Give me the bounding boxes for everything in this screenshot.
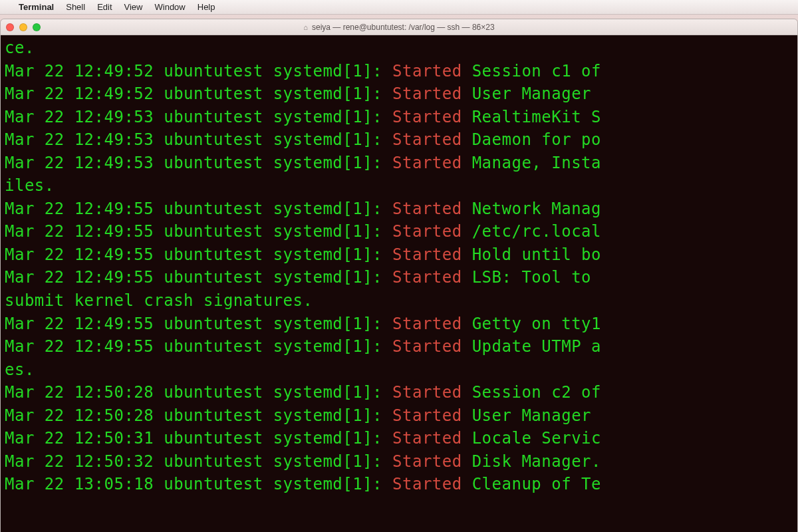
log-line: Mar 22 12:50:28 ubuntutest systemd[1]: S…	[5, 381, 795, 404]
log-prefix: Mar 22 12:49:55 ubuntutest systemd[1]:	[5, 222, 392, 241]
log-prefix: Mar 22 12:49:55 ubuntutest systemd[1]:	[5, 268, 392, 287]
log-prefix: Mar 22 12:49:55 ubuntutest systemd[1]:	[5, 245, 392, 264]
log-message: RealtimeKit S	[462, 108, 601, 126]
log-line: Mar 22 12:50:32 ubuntutest systemd[1]: S…	[5, 450, 795, 473]
log-status: Started	[392, 108, 462, 126]
log-prefix: Mar 22 12:49:52 ubuntutest systemd[1]:	[5, 84, 392, 103]
menu-window[interactable]: Window	[155, 2, 186, 12]
log-prefix: Mar 22 12:49:53 ubuntutest systemd[1]:	[5, 108, 392, 126]
log-line: Mar 22 12:49:55 ubuntutest systemd[1]: S…	[5, 198, 795, 221]
app-menu[interactable]: Terminal	[19, 2, 54, 12]
log-message: Locale Servic	[462, 429, 601, 448]
log-continuation: es.	[5, 360, 35, 379]
log-line: Mar 22 12:49:55 ubuntutest systemd[1]: S…	[5, 313, 795, 336]
log-status: Started	[392, 268, 462, 287]
log-prefix: Mar 22 12:50:28 ubuntutest systemd[1]:	[5, 406, 392, 425]
log-message: Session c2 of	[462, 383, 601, 402]
log-status: Started	[392, 315, 462, 333]
log-message: Network Manag	[462, 200, 601, 218]
log-status: Started	[392, 84, 462, 103]
log-message: Session c1 of	[462, 62, 601, 80]
log-continuation: iles.	[5, 176, 55, 195]
log-status: Started	[392, 429, 462, 448]
menu-shell[interactable]: Shell	[66, 2, 85, 12]
log-message: User Manager	[462, 84, 601, 103]
log-prefix: Mar 22 12:50:32 ubuntutest systemd[1]:	[5, 452, 392, 471]
home-icon: ⌂	[303, 23, 308, 31]
log-message: Daemon for po	[462, 130, 601, 149]
log-line: submit kernel crash signatures.	[5, 289, 795, 313]
log-status: Started	[392, 406, 462, 425]
log-line: Mar 22 12:49:53 ubuntutest systemd[1]: S…	[5, 106, 795, 129]
log-prefix: Mar 22 12:49:55 ubuntutest systemd[1]:	[5, 200, 392, 218]
log-line: Mar 22 12:49:55 ubuntutest systemd[1]: S…	[5, 335, 795, 358]
log-status: Started	[392, 200, 462, 218]
log-status: Started	[392, 383, 462, 402]
menu-help[interactable]: Help	[198, 2, 215, 12]
log-status: Started	[392, 130, 462, 149]
log-message: Hold until bo	[462, 245, 601, 264]
log-continuation: ce.	[5, 39, 35, 57]
log-message: Cleanup of Te	[462, 475, 601, 493]
log-status: Started	[392, 222, 462, 241]
log-line: Mar 22 12:49:55 ubuntutest systemd[1]: S…	[5, 266, 795, 289]
log-prefix: Mar 22 12:50:28 ubuntutest systemd[1]:	[5, 383, 392, 402]
log-status: Started	[392, 245, 462, 264]
log-line: Mar 22 12:49:52 ubuntutest systemd[1]: S…	[5, 82, 795, 106]
log-message: Disk Manager.	[462, 452, 601, 471]
log-prefix: Mar 22 13:05:18 ubuntutest systemd[1]:	[5, 475, 392, 493]
log-message: LSB: Tool to	[462, 268, 601, 287]
zoom-button[interactable]	[33, 23, 41, 31]
menu-edit[interactable]: Edit	[97, 2, 112, 12]
log-line: Mar 22 12:50:31 ubuntutest systemd[1]: S…	[5, 427, 795, 450]
log-message: Manage, Insta	[462, 154, 601, 172]
log-line: Mar 22 13:05:18 ubuntutest systemd[1]: S…	[5, 473, 795, 496]
log-line: Mar 22 12:49:55 ubuntutest systemd[1]: S…	[5, 220, 795, 243]
traffic-lights	[6, 23, 41, 31]
log-prefix: Mar 22 12:49:53 ubuntutest systemd[1]:	[5, 154, 392, 172]
log-message: /etc/rc.local	[462, 222, 601, 241]
minimize-button[interactable]	[19, 23, 27, 31]
log-line: Mar 22 12:50:28 ubuntutest systemd[1]: S…	[5, 404, 795, 428]
terminal-output[interactable]: ce.Mar 22 12:49:52 ubuntutest systemd[1]…	[1, 35, 797, 532]
window-title-text: seiya — rene@ubuntutest: /var/log — ssh …	[312, 23, 495, 32]
log-status: Started	[392, 475, 462, 493]
log-line: Mar 22 12:49:53 ubuntutest systemd[1]: S…	[5, 128, 795, 152]
log-prefix: Mar 22 12:49:52 ubuntutest systemd[1]:	[5, 62, 392, 80]
log-line: ce.	[5, 37, 795, 60]
terminal-window: ⌂ seiya — rene@ubuntutest: /var/log — ss…	[0, 19, 798, 532]
log-prefix: Mar 22 12:50:31 ubuntutest systemd[1]:	[5, 429, 392, 448]
log-message: Getty on tty1	[462, 315, 601, 333]
log-message: Update UTMP a	[462, 337, 601, 356]
close-button[interactable]	[6, 23, 14, 31]
log-line: Mar 22 12:49:55 ubuntutest systemd[1]: S…	[5, 243, 795, 267]
log-line: iles.	[5, 174, 795, 198]
log-prefix: Mar 22 12:49:53 ubuntutest systemd[1]:	[5, 130, 392, 149]
log-status: Started	[392, 452, 462, 471]
macos-menubar: Terminal Shell Edit View Window Help	[0, 0, 798, 15]
log-prefix: Mar 22 12:49:55 ubuntutest systemd[1]:	[5, 337, 392, 356]
menu-view[interactable]: View	[124, 2, 143, 12]
log-message: User Manager	[462, 406, 601, 425]
window-titlebar[interactable]: ⌂ seiya — rene@ubuntutest: /var/log — ss…	[1, 19, 797, 35]
log-prefix: Mar 22 12:49:55 ubuntutest systemd[1]:	[5, 315, 392, 333]
log-status: Started	[392, 62, 462, 80]
log-status: Started	[392, 337, 462, 356]
log-status: Started	[392, 154, 462, 172]
log-continuation: submit kernel crash signatures.	[5, 291, 313, 310]
log-line: Mar 22 12:49:52 ubuntutest systemd[1]: S…	[5, 60, 795, 83]
log-line: es.	[5, 358, 795, 382]
log-line: Mar 22 12:49:53 ubuntutest systemd[1]: S…	[5, 152, 795, 175]
window-title: ⌂ seiya — rene@ubuntutest: /var/log — ss…	[1, 23, 797, 32]
